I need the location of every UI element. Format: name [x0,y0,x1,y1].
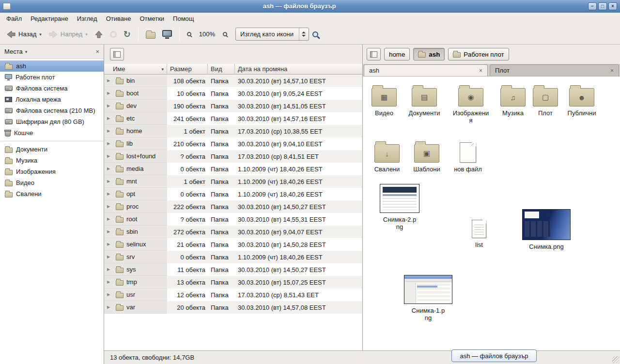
resize-grip[interactable] [612,356,619,363]
expander-icon[interactable]: ▶ [107,179,113,183]
back-button[interactable]: Назад ▾ [3,27,45,42]
sidebar-item-downloads[interactable]: Свалени [0,188,104,199]
tree-row-root[interactable]: ▶root? обектаПапка30.03.2010 (вт) 14,55,… [104,213,362,226]
column-header-type[interactable]: Вид [208,64,235,75]
sidebar-item-video[interactable]: Видео [0,177,104,188]
sidebar-item-encrypted-80gb[interactable]: Шифриран дял (80 GB) [0,116,104,127]
sidebar-item-desktop[interactable]: Работен плот [0,72,104,83]
path-ash-button[interactable]: ash [413,48,445,61]
sidebar-switcher-icon[interactable]: ▾ [25,49,28,54]
expander-icon[interactable]: ▶ [107,229,113,234]
expander-icon[interactable]: ▶ [107,217,113,221]
tree-row-etc[interactable]: ▶etc241 обектаПапка30.03.2010 (вт) 14,57… [104,112,362,125]
path-desktop-button[interactable]: Работен плот [448,48,509,61]
expander-icon[interactable]: ▶ [107,305,113,309]
tree-row-lib[interactable]: ▶lib210 обектаПапка30.03.2010 (вт) 9,04,… [104,137,362,150]
expander-icon[interactable]: ▶ [107,267,113,272]
titlebar[interactable]: ash — файлов браузър − □ × [0,0,620,13]
sidebar-item-local-network[interactable]: Локална мрежа [0,94,104,105]
up-button[interactable] [91,27,107,42]
search-button[interactable] [309,27,322,42]
sidebar-item-filesystem[interactable]: Файлова система [0,83,104,94]
pane-location-button[interactable] [110,48,124,61]
folder-desktop[interactable]: ▢ Плот [528,84,563,117]
menu-file[interactable]: Файл [2,14,26,24]
computer-button[interactable] [159,27,175,42]
tree-row-lost+found[interactable]: ▶lost+found? обектаПапка17.03.2010 (ср) … [104,150,362,163]
column-header-size[interactable]: Размер [167,64,208,75]
view-mode-select[interactable]: Изглед като икони [235,28,309,41]
tab-close-icon[interactable]: × [610,67,614,74]
thumbnail-snimka-2[interactable]: Снимка-2.png [379,184,420,230]
forward-button[interactable]: Напред ▾ [45,27,91,42]
tree-row-usr[interactable]: ▶usr12 обектаПапка17.03.2010 (ср) 8,51,4… [104,288,362,301]
path-home-button[interactable]: home [384,48,410,61]
expander-icon[interactable]: ▶ [107,292,113,297]
menu-go[interactable]: Отиване [102,14,136,24]
file-new-file[interactable]: нов файл [449,140,487,173]
window-list-button[interactable]: ash — файлов браузър [451,349,537,362]
folder-documents[interactable]: ▤ Документи [404,84,445,117]
tree-row-opt[interactable]: ▶opt0 обектаПапка1.10.2009 (чт) 18,40,26… [104,188,362,200]
expander-icon[interactable]: ▶ [107,154,113,158]
folder-downloads[interactable]: ↓ Свалени [368,140,406,173]
minimize-button[interactable]: − [588,2,597,10]
folder-templates[interactable]: ▣ Шаблони [407,140,446,173]
folder-images[interactable]: ◉ Изображения [452,84,489,124]
expander-icon[interactable]: ▶ [107,104,113,108]
tree-row-home[interactable]: ▶home1 обектПапка17.03.2010 (ср) 10,38,5… [104,125,362,137]
expander-icon[interactable]: ▶ [107,192,113,196]
sidebar-close-icon[interactable]: × [95,48,99,55]
tree-row-sys[interactable]: ▶sys11 обектаПапка30.03.2010 (вт) 14,50,… [104,263,362,276]
thumbnail-snimka-1[interactable]: Снимка-1.png [403,275,453,321]
combo-arrows-icon[interactable] [299,28,309,40]
home-button[interactable] [142,27,159,42]
close-button[interactable]: × [608,2,617,10]
expander-icon[interactable]: ▶ [107,78,113,83]
tree-row-dev[interactable]: ▶dev190 обектаПапка30.03.2010 (вт) 14,51… [104,100,362,112]
tree-row-srv[interactable]: ▶srv0 обектаПапка1.10.2009 (чт) 18,40,26… [104,251,362,263]
tree-row-selinux[interactable]: ▶selinux21 обектаПапка30.03.2010 (вт) 14… [104,238,362,251]
tree-row-tmp[interactable]: ▶tmp13 обектаПапка30.03.2010 (вт) 15,07,… [104,276,362,288]
tree-row-proc[interactable]: ▶proc222 обектаПапка30.03.2010 (вт) 14,5… [104,200,362,213]
thumbnail-snimka[interactable]: Снимка.png [522,209,571,250]
zoom-in-button[interactable] [219,27,231,42]
back-history-dropdown-icon[interactable]: ▾ [39,32,42,37]
path-root-button[interactable] [367,48,381,61]
zoom-out-button[interactable] [184,27,195,42]
expander-icon[interactable]: ▶ [107,204,113,209]
sidebar-item-ash[interactable]: ash [0,61,104,72]
menu-help[interactable]: Помощ [169,14,198,24]
tree-row-media[interactable]: ▶media0 обектаПапка1.10.2009 (чт) 18,40,… [104,163,362,175]
expander-icon[interactable]: ▶ [107,255,113,259]
tab-ash[interactable]: ash × [364,64,488,76]
expander-icon[interactable]: ▶ [107,280,113,284]
expander-icon[interactable]: ▶ [107,141,113,146]
tree-row-bin[interactable]: ▶bin108 обектаПапка30.03.2010 (вт) 14,57… [104,75,362,87]
folder-music[interactable]: ♫ Музика [494,84,532,117]
stop-button[interactable] [107,27,120,42]
tree-row-mnt[interactable]: ▶mnt1 обектПапка1.10.2009 (чт) 18,40,26 … [104,175,362,188]
tree-row-boot[interactable]: ▶boot10 обектаПапка30.03.2010 (вт) 9,05,… [104,87,362,100]
sidebar-item-filesystem-210mb[interactable]: Файлова система (210 MB) [0,105,104,116]
menu-bookmarks[interactable]: Отметки [135,14,169,24]
sidebar-title[interactable]: Места [4,48,23,55]
expander-icon[interactable]: ▶ [107,91,113,95]
file-list[interactable]: list [461,218,497,248]
maximize-button[interactable]: □ [598,2,607,10]
expander-icon[interactable]: ▶ [107,129,113,133]
expander-icon[interactable]: ▶ [107,242,113,246]
column-header-date[interactable]: Дата на промяна [235,64,362,75]
tab-close-icon[interactable]: × [479,67,482,74]
tab-plot[interactable]: Плот × [490,64,619,76]
sidebar-item-images[interactable]: Изображения [0,166,104,177]
folder-public[interactable]: ☻ Публични [561,84,602,117]
sidebar-item-trash[interactable]: Кошче [0,127,104,138]
tree-row-var[interactable]: ▶var20 обектаПапка30.03.2010 (вт) 14,57,… [104,301,362,314]
tree-row-sbin[interactable]: ▶sbin272 обектаПапка30.03.2010 (вт) 9,04… [104,226,362,238]
column-header-name[interactable]: Име ▾ [104,64,167,75]
folder-video[interactable]: ▦ Видео [365,84,403,117]
menu-edit[interactable]: Редактиране [26,14,73,24]
expander-icon[interactable]: ▶ [107,167,113,171]
sidebar-item-documents[interactable]: Документи [0,144,104,155]
